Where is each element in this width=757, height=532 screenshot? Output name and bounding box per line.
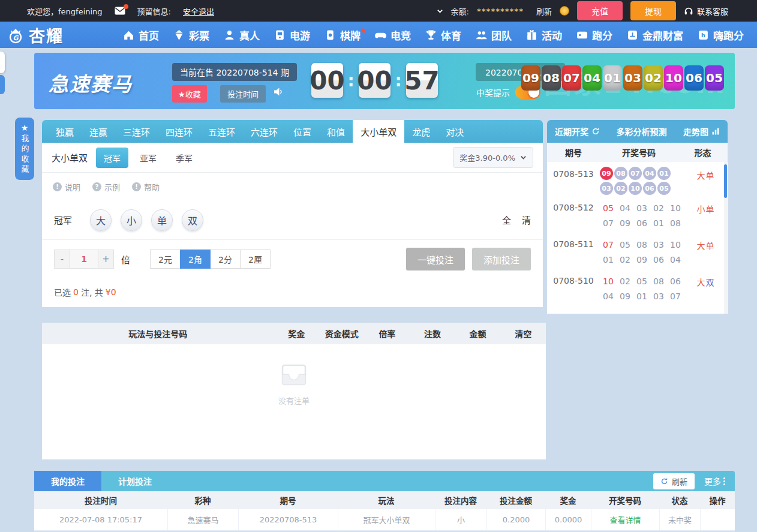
play-tab-独赢[interactable]: 独赢 [48, 120, 82, 143]
question-icon: ? [92, 182, 101, 191]
brand-logo[interactable]: G 杏耀 [6, 23, 64, 47]
bet-option-双[interactable]: 双 [182, 209, 203, 231]
favorite-button[interactable]: ★收藏 [172, 85, 207, 103]
draw-number: 09 [617, 291, 633, 301]
my-favorites-tab[interactable]: ★ 我的收藏 [15, 118, 34, 180]
sports-icon [425, 29, 437, 41]
result-number-04: 04 [582, 65, 602, 91]
quick-bet-button[interactable]: 一键投注 [406, 248, 465, 270]
play-tab-五连环[interactable]: 五连环 [200, 120, 243, 143]
orders-tab-计划投注[interactable]: 计划投注 [101, 471, 169, 491]
multiplier-value[interactable]: 1 [70, 250, 98, 269]
more-button[interactable]: 更多 [704, 475, 725, 487]
recent-tab-走势图[interactable]: 走势图 [683, 125, 720, 137]
play-tab-位置[interactable]: 位置 [286, 120, 319, 143]
collapsed-side-tab-2[interactable] [0, 75, 5, 94]
nav-item-首页[interactable]: 首页 [116, 28, 166, 43]
home-icon [123, 29, 134, 41]
result-number-08: 08 [542, 65, 561, 91]
unit-option-2厘[interactable]: 2厘 [240, 250, 271, 269]
add-bet-button[interactable]: 添加投注 [472, 248, 531, 270]
nav-item-活动[interactable]: 活动 [519, 28, 569, 43]
orders-col-彩种: 彩种 [167, 494, 238, 506]
mail-icon[interactable] [115, 7, 125, 15]
select-all-link[interactable]: 全 [502, 214, 511, 226]
deposit-button[interactable]: 充值 [577, 1, 623, 20]
nav-item-label: 首页 [139, 28, 159, 43]
play-tab-对决[interactable]: 对决 [438, 120, 471, 143]
collapsed-side-tab-1[interactable] [0, 52, 5, 73]
play-tab-三连环[interactable]: 三连环 [115, 120, 158, 143]
nav-item-跑分[interactable]: 跑分 [569, 28, 620, 43]
new-badge [361, 28, 366, 33]
helper-link-帮助[interactable]: !帮助 [132, 181, 160, 193]
lottery-icon [173, 29, 185, 41]
position-option-冠军[interactable]: 冠军 [96, 148, 128, 168]
nav-item-彩票[interactable]: 彩票 [166, 28, 217, 43]
empty-tray-icon [278, 362, 310, 389]
nav-item-电竞[interactable]: 电竞 [368, 28, 418, 43]
nav-item-团队[interactable]: 团队 [468, 28, 519, 43]
bet-option-大[interactable]: 大 [90, 209, 112, 231]
play-tab-连赢[interactable]: 连赢 [82, 120, 115, 143]
bet-content: 小 [435, 509, 486, 530]
bet-time-button[interactable]: 投注时间 [220, 85, 266, 103]
helper-link-示例[interactable]: ?示例 [92, 181, 120, 193]
draw-number-line: 0102090604 [600, 255, 684, 265]
nav-item-棋牌[interactable]: 棋牌 [317, 28, 368, 43]
orders-refresh-button[interactable]: 刷新 [653, 473, 695, 489]
nav-item-真人[interactable]: 真人 [217, 28, 267, 43]
unit-option-2角[interactable]: 2角 [180, 250, 211, 269]
bet-slip-col-资金模式: 资金模式 [319, 327, 365, 339]
svg-text:G: G [13, 34, 19, 42]
nav-item-嗨跑分[interactable]: h嗨跑分 [690, 28, 751, 43]
recent-tab-近期开奖[interactable]: 近期开奖 [555, 125, 600, 137]
helper-label: 说明 [65, 181, 80, 193]
orders-tab-我的投注[interactable]: 我的投注 [34, 471, 101, 491]
clock-colon: : [343, 71, 359, 91]
multiplier-minus-button[interactable]: - [54, 250, 70, 269]
draw-pattern: 大双 [684, 273, 728, 306]
play-tab-和值[interactable]: 和值 [319, 120, 353, 143]
unit-option-2元[interactable]: 2元 [150, 250, 181, 269]
draw-number-line: 0709060108 [600, 218, 684, 228]
unit-option-2分[interactable]: 2分 [210, 250, 241, 269]
nav-item-体育[interactable]: 体育 [418, 28, 468, 43]
panel-scrollbar-thumb[interactable] [724, 164, 727, 198]
refresh-balance-link[interactable]: 刷新 [536, 5, 552, 17]
draw-number: 08 [667, 218, 684, 228]
logout-link[interactable]: 安全退出 [183, 5, 214, 17]
draw-number: 10 [600, 276, 617, 286]
nav-item-电游[interactable]: 电游 [267, 28, 317, 43]
draw-number-line: 0409010307 [600, 291, 684, 301]
bet-option-单[interactable]: 单 [151, 209, 173, 231]
clear-link[interactable]: 清 [522, 214, 531, 226]
play-tab-龙虎[interactable]: 龙虎 [404, 120, 438, 143]
position-option-亚军[interactable]: 亚军 [132, 148, 164, 168]
selected-amount: ¥0 [106, 287, 116, 297]
nav-item-label: 金鼎财富 [642, 28, 683, 43]
helper-link-说明[interactable]: !说明 [53, 181, 80, 193]
chevron-down-icon[interactable] [437, 8, 443, 14]
position-option-季军[interactable]: 季军 [168, 148, 200, 168]
selection-summary: 已选 0 注, 共 ¥0 [42, 278, 543, 306]
bonus-select[interactable]: 奖金3.90-0.0% [453, 147, 533, 168]
play-tab-大小单双[interactable]: 大小单双 [353, 120, 404, 143]
withdraw-button[interactable]: 提现 [630, 1, 676, 20]
paofen-icon [576, 29, 588, 41]
draw-numbers-link[interactable]: 查看详情 [591, 509, 659, 530]
draw-number: 04 [617, 203, 633, 213]
draw-number: 06 [650, 255, 667, 265]
nav-menu: 首页彩票真人电游棋牌电竞体育团队活动跑分金鼎财富h嗨跑分 [116, 28, 751, 43]
bet-option-小[interactable]: 小 [121, 209, 142, 231]
play-tab-四连环[interactable]: 四连环 [158, 120, 200, 143]
balance-value: ********** [477, 7, 524, 16]
recent-tab-多彩分析预测[interactable]: 多彩分析预测 [617, 125, 667, 137]
contact-service-link[interactable]: 联系客服 [684, 5, 728, 17]
nav-item-金鼎财富[interactable]: 金鼎财富 [620, 28, 690, 43]
draw-number: 09 [617, 218, 633, 228]
play-tab-六连环[interactable]: 六连环 [243, 120, 286, 143]
speaker-icon[interactable] [273, 86, 284, 97]
multiplier-plus-button[interactable]: + [98, 250, 114, 269]
draw-number-line: 0908070401 [600, 167, 684, 180]
